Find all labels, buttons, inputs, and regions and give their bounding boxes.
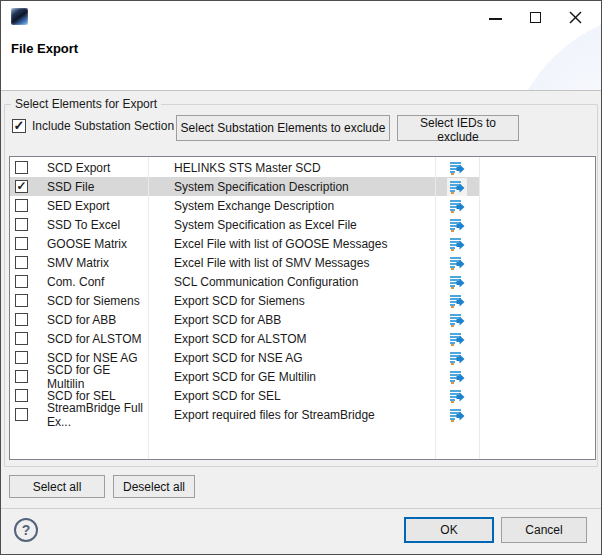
export-icon-button[interactable] — [447, 368, 467, 386]
group-label: Select Elements for Export — [11, 97, 161, 111]
export-icon-button[interactable] — [447, 235, 467, 253]
dialog-content: Select Elements for Export ✓ Include Sub… — [1, 92, 601, 554]
row-description: System Exchange Description — [174, 199, 334, 213]
row-description: Excel File with list of SMV Messages — [174, 256, 369, 270]
row-checkbox[interactable] — [15, 332, 28, 345]
export-icon-button[interactable] — [447, 406, 467, 424]
row-checkbox[interactable]: ✓ — [15, 180, 28, 193]
export-icon — [449, 236, 465, 252]
export-icon-button[interactable] — [447, 159, 467, 177]
row-description: Export SCD for SEL — [174, 389, 281, 403]
maximize-button[interactable] — [515, 1, 555, 33]
close-icon — [569, 11, 582, 24]
row-checkbox[interactable] — [15, 218, 28, 231]
export-icon — [449, 312, 465, 328]
minimize-button[interactable] — [475, 1, 515, 33]
select-ieds-button[interactable]: Select IEDs to exclude — [397, 115, 519, 141]
dialog-header: File Export — [1, 1, 601, 91]
table-row[interactable]: Com. Conf SCL Communication Configuratio… — [10, 272, 595, 291]
table-rows: SCD Export HELINKS STS Master SCD ✓ — [10, 158, 595, 424]
export-icon-button[interactable] — [447, 292, 467, 310]
row-description: Export SCD for NSE AG — [174, 351, 303, 365]
export-icon — [449, 331, 465, 347]
table-row[interactable]: SCD Export HELINKS STS Master SCD — [10, 158, 595, 177]
row-name: StreamBridge Full Ex... — [47, 401, 148, 429]
titlebar[interactable] — [1, 1, 601, 33]
export-icon — [449, 160, 465, 176]
table-row[interactable]: SCD for ALSTOM Export SCD for ALSTOM — [10, 329, 595, 348]
export-icon-button[interactable] — [447, 273, 467, 291]
maximize-icon — [530, 12, 541, 23]
row-description: Export SCD for ABB — [174, 313, 281, 327]
ok-button[interactable]: OK — [404, 517, 494, 543]
row-checkbox[interactable] — [15, 313, 28, 326]
export-icon — [449, 407, 465, 423]
export-icon — [449, 350, 465, 366]
page-title: File Export — [11, 41, 78, 56]
help-button[interactable]: ? — [14, 518, 38, 542]
export-icon-button[interactable] — [447, 254, 467, 272]
include-substation-row[interactable]: ✓ Include Substation Section — [12, 119, 174, 133]
export-icon-button[interactable] — [447, 216, 467, 234]
row-description: HELINKS STS Master SCD — [174, 161, 321, 175]
export-icon — [449, 293, 465, 309]
select-substation-elements-button[interactable]: Select Substation Elements to exclude — [176, 115, 390, 141]
checkmark-icon: ✓ — [14, 120, 25, 132]
table-row[interactable]: ✓ SSD File System Specification Descript… — [10, 177, 595, 196]
help-icon: ? — [22, 522, 31, 538]
close-button[interactable] — [555, 1, 595, 33]
footer-divider — [1, 508, 601, 509]
row-checkbox[interactable] — [15, 389, 28, 402]
table-row[interactable]: SCD for GE Multilin Export SCD for GE Mu… — [10, 367, 595, 386]
export-icon-button[interactable] — [447, 178, 467, 196]
row-description: System Specification Description — [174, 180, 349, 194]
table-row[interactable]: StreamBridge Full Ex... Export required … — [10, 405, 595, 424]
table-row[interactable]: SED Export System Exchange Description — [10, 196, 595, 215]
row-description: Export SCD for Siemens — [174, 294, 305, 308]
row-checkbox[interactable] — [15, 294, 28, 307]
export-icon-button[interactable] — [447, 197, 467, 215]
export-icon-button[interactable] — [447, 349, 467, 367]
row-checkbox[interactable] — [15, 161, 28, 174]
row-name: SED Export — [47, 199, 110, 213]
row-checkbox[interactable] — [15, 237, 28, 250]
row-description: Excel File with list of GOOSE Messages — [174, 237, 387, 251]
table-row[interactable]: SSD To Excel System Specification as Exc… — [10, 215, 595, 234]
export-icon-button[interactable] — [447, 387, 467, 405]
table-row[interactable]: SCD for ABB Export SCD for ABB — [10, 310, 595, 329]
deselect-all-button[interactable]: Deselect all — [113, 475, 195, 498]
file-export-dialog: File Export Select Elements for Export ✓… — [0, 0, 602, 555]
table-row[interactable]: SCD for Siemens Export SCD for Siemens — [10, 291, 595, 310]
include-substation-checkbox[interactable]: ✓ — [12, 119, 26, 133]
row-description: Export SCD for ALSTOM — [174, 332, 307, 346]
row-name: SSD File — [47, 180, 94, 194]
row-name: SSD To Excel — [47, 218, 120, 232]
cancel-button[interactable]: Cancel — [501, 517, 587, 543]
export-icon — [449, 198, 465, 214]
row-checkbox[interactable] — [15, 408, 28, 421]
export-icon-button[interactable] — [447, 330, 467, 348]
select-all-button[interactable]: Select all — [9, 475, 105, 498]
row-check-glyph: ✓ — [16, 181, 26, 192]
table-row[interactable]: SMV Matrix Excel File with list of SMV M… — [10, 253, 595, 272]
row-checkbox[interactable] — [15, 370, 28, 383]
row-checkbox[interactable] — [15, 351, 28, 364]
row-name: Com. Conf — [47, 275, 104, 289]
row-description: Export SCD for GE Multilin — [174, 370, 316, 384]
row-description: SCL Communication Configuration — [174, 275, 358, 289]
app-icon — [11, 8, 28, 25]
row-name: SCD Export — [47, 161, 110, 175]
row-checkbox[interactable] — [15, 199, 28, 212]
row-checkbox[interactable] — [15, 275, 28, 288]
row-name: SCD for ABB — [47, 313, 116, 327]
row-name: GOOSE Matrix — [47, 237, 127, 251]
export-table[interactable]: SCD Export HELINKS STS Master SCD ✓ — [9, 156, 596, 460]
include-substation-label: Include Substation Section — [32, 119, 174, 133]
table-row[interactable]: GOOSE Matrix Excel File with list of GOO… — [10, 234, 595, 253]
row-name: SCD for ALSTOM — [47, 332, 141, 346]
export-icon — [449, 274, 465, 290]
export-icon — [449, 388, 465, 404]
row-checkbox[interactable] — [15, 256, 28, 269]
row-description: Export required files for StreamBridge — [174, 408, 375, 422]
export-icon-button[interactable] — [447, 311, 467, 329]
